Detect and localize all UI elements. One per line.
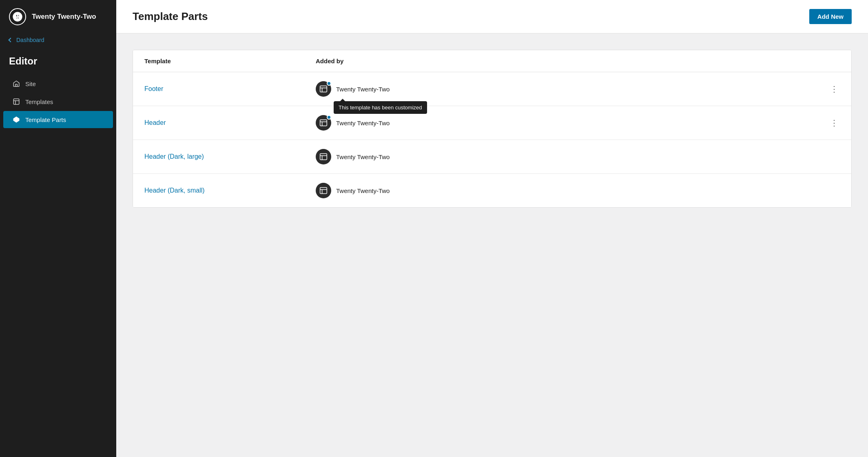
added-by-footer: Twenty Twenty-Two ⋮ This template has be…	[316, 81, 840, 97]
col-header-added-by: Added by	[316, 58, 840, 64]
templates-icon	[12, 98, 20, 106]
template-link-header[interactable]: Header	[144, 119, 316, 126]
sidebar: W Twenty Twenty-Two Dashboard Editor Sit…	[0, 0, 116, 457]
home-icon	[12, 80, 20, 88]
table-row: Footer Twenty Twenty-Two ⋮ This template…	[133, 72, 851, 106]
added-by-header-dark-small: Twenty Twenty-Two	[316, 183, 840, 198]
template-parts-table: Template Added by Footer Twenty Twent	[133, 50, 852, 208]
added-by-header-dark-large: Twenty Twenty-Two	[316, 149, 840, 164]
table-row: Header (Dark, large) Twenty Twenty-Two	[133, 140, 851, 174]
svg-rect-3	[13, 99, 19, 104]
template-link-header-dark-small[interactable]: Header (Dark, small)	[144, 187, 316, 194]
main-header: Template Parts Add New	[116, 0, 868, 33]
svg-rect-12	[320, 154, 327, 160]
theme-name-header-dark-small: Twenty Twenty-Two	[336, 187, 390, 194]
add-new-button[interactable]: Add New	[809, 9, 852, 24]
theme-avatar-footer	[316, 81, 331, 97]
svg-rect-9	[320, 120, 327, 126]
sidebar-item-templates-label: Templates	[25, 98, 53, 105]
template-link-header-dark-large[interactable]: Header (Dark, large)	[144, 153, 316, 160]
customized-dot-header	[327, 115, 331, 120]
template-parts-icon	[12, 115, 20, 124]
table-row: Header Twenty Twenty-Two ⋮	[133, 106, 851, 140]
wp-logo: W	[9, 8, 26, 25]
theme-name-footer: Twenty Twenty-Two	[336, 86, 390, 93]
template-link-footer[interactable]: Footer	[144, 85, 316, 93]
sidebar-nav: Site Templates Template Parts	[0, 75, 116, 128]
sidebar-item-template-parts[interactable]: Template Parts	[3, 111, 113, 128]
added-by-header: Twenty Twenty-Two ⋮	[316, 115, 840, 131]
theme-avatar-header-dark-large	[316, 149, 331, 164]
theme-avatar-header	[316, 115, 331, 131]
table-row: Header (Dark, small) Twenty Twenty-Two	[133, 174, 851, 207]
sidebar-item-site[interactable]: Site	[3, 75, 113, 92]
content-area: Template Added by Footer Twenty Twent	[116, 33, 868, 457]
sidebar-item-templates[interactable]: Templates	[3, 93, 113, 110]
site-name: Twenty Twenty-Two	[32, 13, 96, 21]
chevron-left-icon	[8, 38, 13, 42]
dashboard-link[interactable]: Dashboard	[0, 33, 116, 51]
theme-avatar-header-dark-small	[316, 183, 331, 198]
sidebar-item-site-label: Site	[25, 80, 36, 87]
table-header-row: Template Added by	[133, 50, 851, 72]
svg-rect-2	[16, 84, 18, 87]
more-options-header[interactable]: ⋮	[828, 117, 840, 129]
svg-rect-15	[320, 188, 327, 194]
sidebar-header: W Twenty Twenty-Two	[0, 0, 116, 33]
more-options-footer[interactable]: ⋮	[828, 83, 840, 95]
editor-section-title: Editor	[0, 51, 116, 75]
theme-name-header: Twenty Twenty-Two	[336, 120, 390, 126]
sidebar-item-template-parts-label: Template Parts	[25, 116, 66, 123]
svg-text:W: W	[15, 13, 20, 20]
dashboard-link-label: Dashboard	[16, 37, 44, 43]
svg-rect-6	[320, 86, 327, 92]
main-content: Template Parts Add New Template Added by…	[116, 0, 868, 457]
col-header-template: Template	[144, 58, 316, 64]
page-title: Template Parts	[133, 10, 208, 23]
theme-name-header-dark-large: Twenty Twenty-Two	[336, 153, 390, 160]
customized-dot-footer	[327, 81, 331, 86]
